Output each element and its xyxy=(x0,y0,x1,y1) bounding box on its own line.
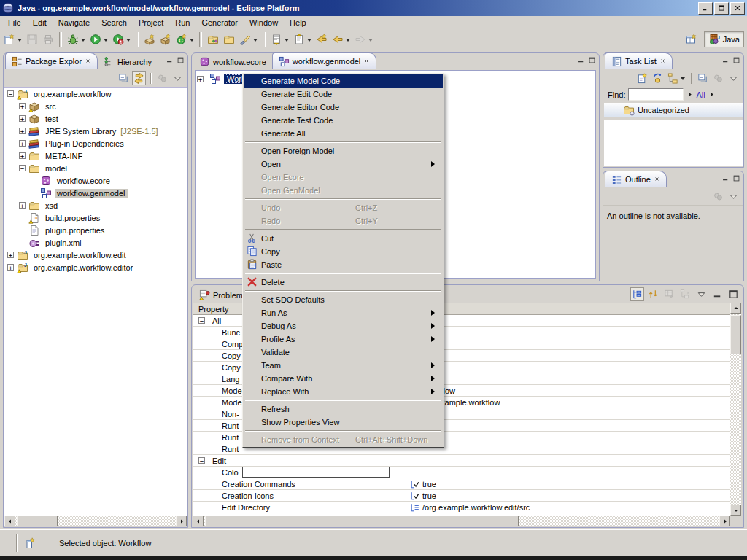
menu-item-show-properties-view[interactable]: Show Properties View xyxy=(244,416,443,429)
open-perspective-button[interactable] xyxy=(681,31,702,47)
scope-next-icon[interactable] xyxy=(708,91,715,98)
menu-item-team[interactable]: Team xyxy=(244,359,443,372)
expander-icon[interactable]: + xyxy=(19,128,26,134)
dropdown-arrow-icon[interactable] xyxy=(307,39,311,44)
new-java-project-button[interactable] xyxy=(142,31,157,48)
tree-item-model[interactable]: −model xyxy=(4,162,187,174)
menu-item-debug-as[interactable]: Debug As xyxy=(244,319,443,332)
menu-item-replace-with[interactable]: Replace With xyxy=(244,385,443,398)
tree-item-workflow-genmodel[interactable]: workflow.genmodel xyxy=(4,187,187,199)
menu-item-open-foreign-model[interactable]: Open Foreign Model xyxy=(244,144,443,158)
forward-button[interactable] xyxy=(353,31,374,48)
menu-item-refresh[interactable]: Refresh xyxy=(244,402,443,416)
menu-item-open[interactable]: Open xyxy=(244,158,443,171)
menu-item-remove-from-context[interactable]: Remove from ContextCtrl+Alt+Shift+Down xyxy=(244,433,443,446)
menubar-generator[interactable]: Generator xyxy=(196,17,244,28)
dropdown-arrow-icon[interactable] xyxy=(18,39,22,44)
expander-icon[interactable]: − xyxy=(198,457,205,464)
next-annotation-button[interactable] xyxy=(269,31,290,48)
expander-icon[interactable]: + xyxy=(19,115,26,122)
synchronize-button[interactable] xyxy=(651,71,665,85)
menu-item-run-as[interactable]: Run As xyxy=(244,306,443,319)
maximize-button[interactable] xyxy=(714,2,729,15)
tab-package-explor[interactable]: Package Explor xyxy=(5,52,98,69)
expander-icon[interactable]: − xyxy=(198,317,205,324)
restore-default-button[interactable] xyxy=(662,287,676,301)
back-button[interactable] xyxy=(330,31,352,48)
title-bar[interactable]: Java - org.example.workflow/model/workfl… xyxy=(0,0,747,16)
minimize-icon[interactable] xyxy=(577,56,585,64)
view-menu-button[interactable] xyxy=(727,190,740,203)
close-icon[interactable] xyxy=(363,57,370,66)
dropdown-arrow-icon[interactable] xyxy=(368,39,373,44)
prev-annotation-button[interactable] xyxy=(292,31,313,48)
java-perspective-button[interactable]: J Java xyxy=(704,31,744,47)
close-icon[interactable] xyxy=(85,57,91,66)
menu-item-open-ecore[interactable]: Open Ecore xyxy=(244,171,443,184)
expander-icon[interactable]: + xyxy=(7,252,14,258)
tree-item-org-example-workflow-edit[interactable]: +Jorg.example.workflow.edit xyxy=(4,249,187,261)
menubar-project[interactable]: Project xyxy=(133,17,169,28)
dropdown-arrow-icon[interactable] xyxy=(253,39,258,44)
maximize-icon[interactable] xyxy=(588,56,596,64)
view-menu-button[interactable] xyxy=(727,71,740,85)
menu-item-generate-edit-code[interactable]: Generate Edit Code xyxy=(244,88,443,101)
minimize-icon[interactable] xyxy=(721,174,729,182)
minimize-button[interactable] xyxy=(698,2,713,15)
open-type-button[interactable] xyxy=(206,31,220,48)
dropdown-arrow-icon[interactable] xyxy=(346,39,350,44)
menubar-edit[interactable]: Edit xyxy=(27,17,53,28)
menu-item-compare-with[interactable]: Compare With xyxy=(244,372,443,385)
scrollbar-thumb[interactable] xyxy=(730,315,741,354)
menubar-navigate[interactable]: Navigate xyxy=(53,17,96,28)
dropdown-arrow-icon[interactable] xyxy=(285,39,289,44)
property-row-edit-directory[interactable]: Edit Directory/org.example.workflow.edit… xyxy=(193,502,730,513)
expander-icon[interactable]: − xyxy=(19,165,26,171)
scope-prev-icon[interactable] xyxy=(686,91,693,98)
cell-editor-input[interactable] xyxy=(242,467,390,478)
property-category-edit[interactable]: −Edit xyxy=(193,455,730,467)
tree-item-meta-inf[interactable]: +META-INF xyxy=(4,149,187,162)
menu-item-generate-all[interactable]: Generate All xyxy=(244,127,443,140)
tree-item-jre-system-library[interactable]: +JRE System Library[J2SE-1.5] xyxy=(4,125,187,137)
minimize-button[interactable] xyxy=(711,287,724,301)
menu-item-generate-test-code[interactable]: Generate Test Code xyxy=(244,114,443,127)
property-row-colo[interactable]: Colo xyxy=(193,467,730,478)
dropdown-arrow-icon[interactable] xyxy=(104,39,108,44)
properties-hscrollbar[interactable] xyxy=(193,516,730,526)
tab-workflow-ecore[interactable]: workflow.ecore xyxy=(193,54,272,69)
menu-item-delete[interactable]: Delete xyxy=(244,276,443,289)
menubar-window[interactable]: Window xyxy=(244,17,284,28)
new-class-button[interactable]: C xyxy=(174,31,196,48)
open-resource-button[interactable] xyxy=(222,31,236,48)
print-button[interactable] xyxy=(41,31,55,48)
tree-item-plug-in-dependencies[interactable]: +Plug-in Dependencies xyxy=(4,137,187,149)
show-categories-button[interactable] xyxy=(678,287,692,301)
expander-icon[interactable]: + xyxy=(19,152,26,159)
filter-button[interactable] xyxy=(155,71,169,85)
property-value[interactable]: /org.example.workflow.edit/src xyxy=(410,502,530,513)
property-row-creation-icons[interactable]: Creation Iconstrue xyxy=(193,490,730,502)
package-explorer-hscrollbar[interactable] xyxy=(4,516,187,526)
tree-item-plugin-xml[interactable]: plugin.xml xyxy=(4,236,187,249)
last-edit-button[interactable] xyxy=(314,31,329,48)
dropdown-arrow-icon[interactable] xyxy=(190,39,194,44)
scope-all-link[interactable]: All xyxy=(696,90,705,99)
categorize-button[interactable] xyxy=(666,71,686,85)
run-button[interactable] xyxy=(88,31,109,48)
dropdown-arrow-icon[interactable] xyxy=(126,39,131,44)
tree-item-build-properties[interactable]: 10build.properties xyxy=(4,211,187,224)
menu-item-validate[interactable]: Validate xyxy=(244,346,443,359)
close-button[interactable] xyxy=(730,2,745,15)
scrollbar-thumb[interactable] xyxy=(17,516,58,526)
property-row-creation-commands[interactable]: Creation Commandstrue xyxy=(193,478,730,490)
tab-hierarchy[interactable]: Hierarchy xyxy=(98,54,158,69)
new-wizard-button[interactable] xyxy=(2,31,23,48)
property-value[interactable]: true xyxy=(410,479,436,489)
menu-item-generate-editor-code[interactable]: Generate Editor Code xyxy=(244,101,443,114)
menu-item-open-genmodel[interactable]: Open GenModel xyxy=(244,184,443,197)
tree-mode-button[interactable] xyxy=(630,287,644,301)
expander-icon[interactable]: − xyxy=(7,90,14,97)
view-menu-button[interactable] xyxy=(694,287,708,301)
close-icon[interactable] xyxy=(659,57,666,66)
